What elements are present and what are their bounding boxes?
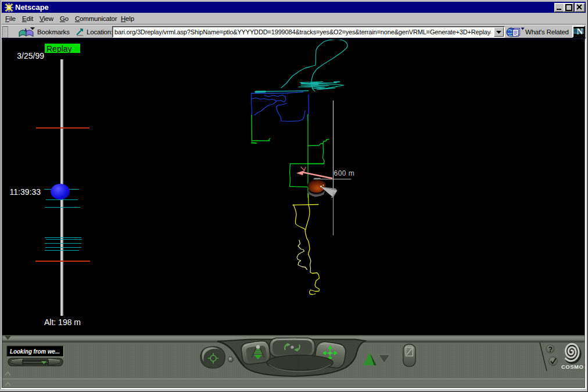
- svg-text:?: ?: [548, 345, 553, 354]
- svg-text:COSMO: COSMO: [561, 364, 583, 370]
- svg-text:600 m: 600 m: [334, 169, 355, 177]
- svg-text:Looking from we...: Looking from we...: [10, 348, 60, 355]
